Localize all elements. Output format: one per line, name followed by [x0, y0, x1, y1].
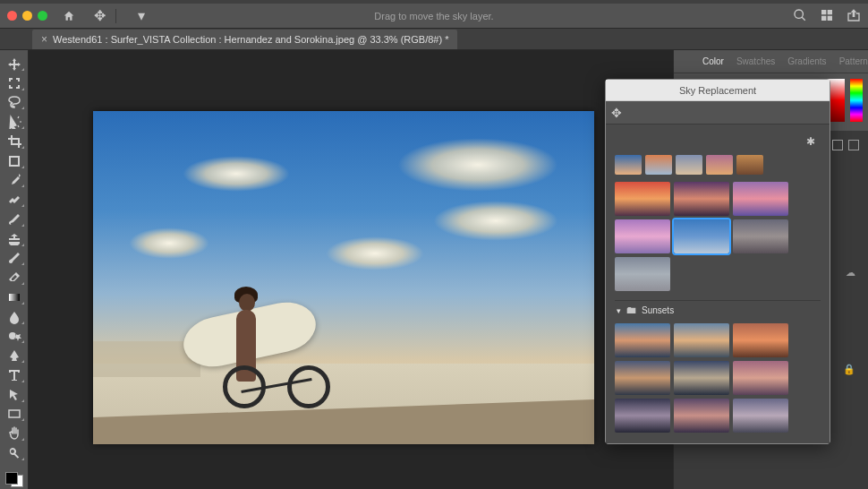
clone-stamp-tool[interactable]	[4, 231, 25, 247]
sky-preset-thumb[interactable]	[733, 361, 788, 395]
sky-preset-thumb[interactable]	[674, 399, 729, 433]
gradient-tool[interactable]	[4, 289, 25, 305]
sky-preset-thumb[interactable]	[674, 182, 729, 216]
path-select-tool[interactable]	[4, 387, 25, 403]
sky-preset-thumb[interactable]	[733, 323, 788, 357]
panel-view-icons	[832, 140, 859, 150]
sky-preset-thumb[interactable]	[645, 155, 672, 175]
sky-preset-thumb[interactable]	[733, 399, 788, 433]
sky-preset-thumb[interactable]	[615, 219, 670, 253]
history-brush-tool[interactable]	[4, 251, 25, 267]
minimize-window[interactable]	[22, 11, 32, 21]
window-controls	[0, 11, 47, 21]
dodge-tool[interactable]	[4, 329, 25, 345]
workspace-icon[interactable]	[820, 8, 834, 24]
sky-preset-thumb[interactable]	[733, 182, 788, 216]
sky-preset-thumb[interactable]	[615, 182, 670, 216]
move-tool[interactable]	[4, 56, 25, 72]
pen-tool[interactable]	[4, 347, 25, 364]
options-hint: Drag to move the sky layer.	[374, 11, 493, 21]
sky-preset-thumb[interactable]	[615, 257, 670, 291]
rectangle-tool[interactable]	[4, 407, 25, 423]
sky-preset-thumb[interactable]	[674, 361, 729, 395]
close-tab-icon[interactable]: ×	[41, 33, 47, 46]
lock-icon: 🔒	[843, 364, 855, 375]
canvas[interactable]	[93, 111, 594, 444]
panel-tab-swatches[interactable]: Swatches	[736, 56, 775, 66]
zoom-window[interactable]	[38, 11, 47, 21]
fg-bg-colors[interactable]	[4, 470, 25, 489]
sky-preset-thumb[interactable]	[674, 219, 729, 253]
share-icon[interactable]	[847, 8, 861, 24]
artboard-tool[interactable]	[4, 75, 25, 91]
sky-preset-thumb[interactable]	[706, 155, 733, 175]
move-sky-icon[interactable]: ✥	[611, 106, 622, 120]
eyedropper-tool[interactable]	[4, 173, 25, 189]
options-dropdown[interactable]: ▾	[131, 7, 152, 25]
chevron-down-icon: ▾	[617, 306, 621, 315]
spot-heal-tool[interactable]	[4, 192, 25, 208]
hand-tool[interactable]	[4, 425, 25, 442]
panel-tab-color[interactable]: Color	[702, 56, 724, 66]
move-options-icon[interactable]: ✥	[89, 7, 110, 25]
list-view-icon[interactable]	[848, 140, 859, 150]
preset-group-label: Sunsets	[642, 305, 674, 315]
sky-preset-thumb[interactable]	[736, 155, 763, 175]
eraser-tool[interactable]	[4, 270, 25, 286]
quick-select-tool[interactable]	[4, 114, 25, 130]
document-tab-strip: × Westend61 : Surfer_VISTA Collection : …	[0, 29, 868, 50]
close-window[interactable]	[7, 11, 17, 21]
brush-tool[interactable]	[4, 211, 25, 227]
lasso-tool[interactable]	[4, 95, 25, 111]
sky-replacement-dialog[interactable]: Sky Replacement ✥ ✱ ▾Sunsets	[605, 79, 830, 444]
home-button[interactable]	[58, 7, 80, 25]
sky-preset-thumb[interactable]	[615, 399, 670, 433]
panel-tab-gradients[interactable]: Gradients	[787, 56, 826, 66]
canvas-bike	[223, 341, 330, 408]
sky-preset-thumb[interactable]	[676, 155, 702, 175]
sky-dialog-options: ✥	[606, 101, 830, 124]
hue-slider[interactable]	[850, 79, 863, 122]
menubar: ✥ ▾ Drag to move the sky layer.	[0, 4, 868, 29]
preset-group-header[interactable]: ▾Sunsets	[615, 300, 821, 320]
sky-preset-thumb[interactable]	[674, 323, 729, 357]
zoom-tool[interactable]	[4, 445, 25, 461]
sky-preset-thumb[interactable]	[615, 361, 670, 395]
cloud-icon[interactable]: ☁	[846, 267, 855, 279]
blur-tool[interactable]	[4, 309, 25, 325]
sky-preset-thumb[interactable]	[733, 219, 788, 253]
canvas-area[interactable]	[29, 50, 673, 489]
type-tool[interactable]	[4, 367, 25, 383]
sky-preset-thumb[interactable]	[615, 155, 642, 175]
crop-tool[interactable]	[4, 133, 25, 150]
presets-gear-icon[interactable]: ✱	[806, 135, 815, 148]
document-tab-label: Westend61 : Surfer_VISTA Collection : He…	[53, 34, 448, 45]
tools-panel	[0, 50, 29, 489]
grid-view-icon[interactable]	[832, 140, 843, 150]
color-panel-tabs: ColorSwatchesGradientsPatterns	[674, 50, 868, 73]
search-icon[interactable]	[793, 8, 807, 24]
sky-preset-thumb[interactable]	[615, 323, 670, 357]
frame-tool[interactable]	[4, 153, 25, 169]
document-tab[interactable]: × Westend61 : Surfer_VISTA Collection : …	[32, 30, 457, 49]
panel-tab-patterns[interactable]: Patterns	[839, 56, 868, 66]
sky-dialog-title: Sky Replacement	[606, 80, 830, 101]
sky-presets-panel: ✱ ▾Sunsets	[606, 124, 830, 443]
